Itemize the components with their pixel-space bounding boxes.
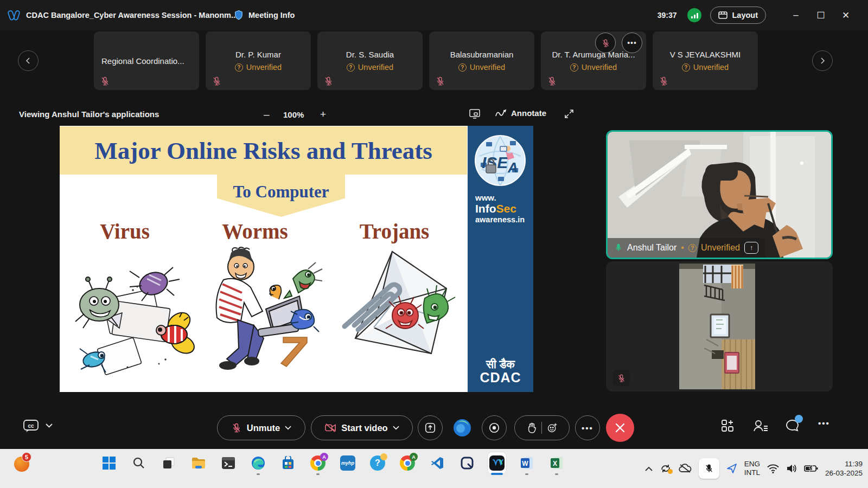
participant-tile[interactable]: V S JEYALAKSHMI ?Unverified — [653, 31, 758, 90]
annotate-button[interactable]: Annotate — [495, 108, 546, 118]
chrome-profile2-icon[interactable]: A — [398, 452, 417, 474]
expand-view-icon[interactable] — [564, 109, 574, 119]
participant-more-button[interactable]: ••• — [622, 33, 642, 53]
muted-mic-icon — [659, 76, 669, 86]
chat-panel-button[interactable] — [785, 419, 800, 434]
onedrive-offline-icon[interactable] — [679, 464, 692, 473]
wifi-icon[interactable] — [767, 464, 779, 473]
participant-mute-button[interactable] — [595, 33, 616, 53]
raise-hand-icon[interactable] — [527, 422, 537, 433]
shared-screen-icon[interactable] — [469, 108, 481, 119]
file-explorer-icon[interactable] — [189, 452, 208, 474]
speaker-video-tile[interactable]: Anshul Tailor • ? Unverified ↑ — [606, 130, 833, 259]
sharing-indicator-icon: ↑ — [744, 242, 758, 254]
slide-subtitle-shape: To Computer — [217, 175, 345, 217]
notification-count-badge: 5 — [22, 452, 31, 462]
leave-meeting-button[interactable] — [606, 414, 634, 442]
infosec-sidebar: ISE A www. InfoSec awareness.in सी डैक C… — [468, 126, 533, 392]
room-video-tile[interactable] — [606, 261, 833, 391]
vscode-icon[interactable] — [428, 452, 446, 474]
participant-verification: ?Unverified — [347, 63, 393, 72]
slide-title: Major Online Risks and Threats — [94, 137, 432, 165]
participant-tile[interactable]: Dr. P. Kumar ?Unverified — [206, 31, 311, 90]
infosec-domain: awareness.in — [475, 215, 525, 224]
record-button[interactable] — [482, 415, 507, 440]
myhp-icon[interactable]: myhp — [339, 452, 357, 474]
filmstrip-scroll-left-button[interactable] — [18, 50, 39, 71]
start-video-button[interactable]: Start video — [311, 415, 413, 440]
virus-illustration — [68, 253, 201, 381]
meeting-info-button[interactable]: Meeting Info — [233, 9, 295, 21]
zoom-out-button[interactable]: – — [264, 108, 270, 120]
get-help-icon[interactable]: ? — [368, 452, 387, 474]
word-icon[interactable]: W — [518, 452, 536, 474]
volume-icon[interactable] — [786, 464, 797, 473]
unverified-icon: ? — [570, 63, 578, 72]
webex-assistant-button[interactable] — [450, 415, 475, 440]
connection-quality-icon[interactable] — [687, 8, 701, 22]
separator-dot: • — [681, 243, 684, 253]
microsoft-store-icon[interactable] — [279, 452, 297, 474]
task-view-icon[interactable] — [159, 452, 178, 474]
svg-text:cc: cc — [28, 423, 34, 429]
trojans-illustration — [328, 246, 456, 379]
participants-panel-button[interactable] — [753, 419, 768, 433]
infosec-brand: InfoSec — [475, 202, 525, 215]
slide-title-banner: Major Online Risks and Threats — [60, 126, 467, 175]
apps-panel-button[interactable] — [720, 419, 735, 433]
share-screen-button[interactable] — [418, 415, 443, 440]
q-app-icon[interactable] — [458, 452, 476, 474]
language-indicator[interactable]: ENG INTL — [744, 460, 760, 477]
closed-captions-button[interactable]: cc — [23, 419, 39, 433]
more-panels-button[interactable]: ••• — [818, 419, 830, 428]
reactions-control[interactable] — [514, 415, 570, 440]
meeting-title: CDAC Bangalore_Cyber Awareness Session -… — [26, 11, 238, 20]
location-active-icon[interactable] — [726, 463, 737, 474]
close-button[interactable]: ✕ — [833, 10, 858, 21]
zoom-in-button[interactable]: + — [320, 108, 326, 120]
meeting-control-bar: cc Unmute Start video — [0, 411, 868, 442]
muted-mic-icon — [212, 76, 222, 86]
participant-tile[interactable]: Balasubramanian ?Unverified — [429, 31, 534, 90]
reactions-smiley-icon[interactable] — [547, 422, 558, 433]
layout-button[interactable]: Layout — [710, 7, 766, 24]
chrome-profile1-icon[interactable]: A — [309, 452, 327, 474]
excel-icon[interactable]: X — [547, 452, 566, 474]
minimize-button[interactable]: – — [783, 10, 808, 21]
participant-tile[interactable]: Dr. T. Arumuga Maria... ?Unverified ••• — [541, 31, 646, 90]
muted-mic-icon — [435, 76, 445, 86]
clock-indicator[interactable]: 11:39 26-03-2025 — [825, 459, 863, 478]
participant-tile[interactable]: Regional Coordinatio... — [94, 31, 199, 90]
risk-heading-trojans: Trojans — [360, 219, 430, 243]
battery-icon[interactable] — [804, 465, 818, 472]
muted-mic-icon — [323, 76, 334, 86]
terminal-icon[interactable] — [219, 452, 238, 474]
tray-chevron-up-icon[interactable] — [645, 466, 653, 471]
webex-app-icon[interactable] — [488, 452, 506, 474]
participant-name: Balasubramanian — [450, 50, 514, 59]
filmstrip-scroll-right-button[interactable] — [812, 50, 833, 71]
speaker-name-badge: Anshul Tailor • ? Unverified ↑ — [608, 238, 765, 258]
edge-browser-icon[interactable] — [249, 452, 267, 474]
annotate-label: Annotate — [511, 108, 546, 118]
unverified-icon: ? — [347, 63, 355, 72]
unmute-button[interactable]: Unmute — [217, 415, 305, 440]
participant-name: Dr. S. Saudia — [346, 50, 394, 59]
sync-status-icon[interactable] — [660, 463, 672, 474]
participant-tile[interactable]: Dr. S. Saudia ?Unverified — [317, 31, 423, 90]
layout-button-label: Layout — [732, 11, 758, 20]
start-button[interactable] — [100, 452, 118, 474]
webex-meeting-window: CDAC Bangalore_Cyber Awareness Session -… — [0, 0, 868, 488]
more-options-button[interactable]: ••• — [575, 415, 600, 440]
meeting-timer: 39:37 — [658, 11, 677, 20]
tray-time: 11:39 — [825, 459, 863, 468]
webex-logo-icon — [8, 9, 21, 21]
participant-name: Regional Coordinatio... — [101, 56, 184, 66]
mic-off-icon — [231, 422, 242, 433]
cdac-hindi-text: सी डैक — [468, 358, 533, 371]
captions-chevron-down-icon[interactable] — [46, 423, 53, 428]
divider — [541, 422, 542, 434]
search-icon[interactable] — [130, 452, 148, 474]
maximize-button[interactable]: ☐ — [808, 10, 833, 21]
tray-mic-muted-icon[interactable] — [699, 458, 719, 479]
